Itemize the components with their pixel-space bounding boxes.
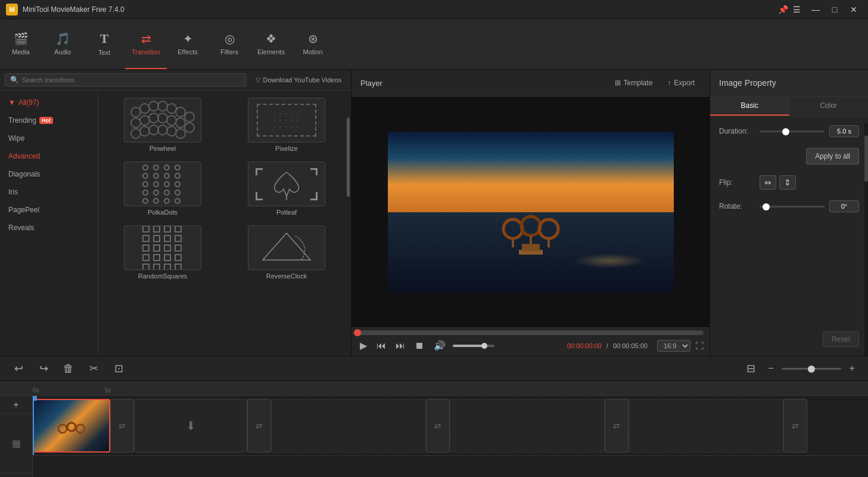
duration-slider-thumb[interactable] (782, 128, 789, 135)
redo-btn[interactable]: ↪ (34, 359, 53, 378)
toolbar-text[interactable]: T Text (83, 19, 125, 69)
toolbar-effects[interactable]: ✦ Effects (167, 19, 209, 69)
randomsquares-thumb (124, 225, 201, 270)
svg-point-33 (539, 219, 558, 238)
sidebar-reveals[interactable]: Reveals (0, 219, 98, 237)
zoom-in-btn[interactable]: + (845, 361, 859, 376)
volume-slider[interactable] (453, 345, 494, 347)
transition-polkadots[interactable]: PolkaDots (103, 159, 222, 218)
crop-btn[interactable]: ⊡ (109, 359, 128, 378)
toolbar-media-label: Media (12, 48, 30, 55)
apply-all-btn[interactable]: Apply to all (806, 148, 859, 165)
transition-pixelize[interactable]: · · · · ·· · · · ·· · · · · Pixelize (227, 95, 346, 154)
volume-thumb[interactable] (481, 343, 487, 349)
bottom-controls-bar: ↩ ↪ 🗑 ✂ ⊡ ⊟ − + (0, 356, 868, 381)
empty-clip-2[interactable] (271, 399, 426, 453)
empty-clip-3[interactable] (450, 399, 605, 453)
flip-label: Flip: (719, 178, 755, 187)
zoom-out-btn[interactable]: − (764, 361, 778, 376)
minimize-btn[interactable]: — (807, 3, 824, 16)
transition-randomsquares[interactable]: RandomSquares (103, 223, 222, 282)
toolbar-filters[interactable]: ◎ Filters (209, 19, 250, 69)
transition-grid: Pinwheel · · · · ·· · · · ·· · · · · Pix… (98, 91, 351, 356)
player-area: Player ⊞ Template ↑ Export (351, 70, 710, 356)
search-input[interactable] (22, 76, 241, 83)
right-scrollbar-thumb[interactable] (864, 135, 868, 182)
toolbar-media[interactable]: 🎬 Media (0, 19, 42, 69)
transition-2[interactable]: ⇄ (247, 399, 271, 453)
download-youtube-btn[interactable]: ▽ Download YouTube Videos (251, 75, 347, 86)
svg-point-39 (76, 425, 85, 433)
empty-clip-1[interactable]: ⬇ (134, 399, 247, 453)
sidebar-all[interactable]: ▼ All(97) (0, 94, 98, 111)
menu-btn[interactable]: ☰ (788, 3, 805, 16)
zoom-slider-thumb[interactable] (808, 366, 815, 373)
download-label: Download YouTube Videos (263, 76, 342, 83)
sidebar-trending[interactable]: Trending Hot (0, 111, 98, 129)
sidebar-wipe-label: Wipe (8, 134, 24, 143)
prev-frame-btn[interactable]: ⏮ (374, 339, 388, 352)
pixelize-dots: · · · · ·· · · · ·· · · · · (273, 110, 299, 130)
cut-btn[interactable]: ✂ (84, 359, 103, 378)
toolbar-audio-label: Audio (54, 48, 71, 55)
rotate-row: Rotate: 0° (719, 200, 859, 212)
transition-1[interactable]: ⇄ (110, 399, 134, 453)
aspect-ratio-select[interactable]: 16:9 4:3 1:1 (657, 340, 690, 352)
flip-horizontal-btn[interactable]: ⇔ (760, 175, 776, 190)
add-track-btn[interactable]: + (0, 396, 32, 414)
progress-bar[interactable] (357, 330, 704, 335)
tab-color-label: Color (820, 101, 837, 110)
effects-icon: ✦ (183, 32, 193, 46)
search-box[interactable]: 🔍 (5, 73, 246, 86)
template-label: Template (624, 79, 653, 87)
sidebar-iris[interactable]: Iris (0, 183, 98, 201)
grid-scrollbar-thumb[interactable] (347, 117, 350, 197)
svg-point-14 (131, 129, 141, 138)
svg-point-10 (158, 113, 167, 123)
toolbar-transition[interactable]: ⇄ Transition (125, 19, 167, 69)
rotate-slider[interactable] (760, 202, 825, 211)
video-background (388, 132, 674, 293)
zoom-slider[interactable] (782, 368, 841, 370)
volume-btn[interactable]: 🔊 (431, 339, 448, 352)
fullscreen-btn[interactable]: ⛶ (695, 341, 704, 351)
rotate-slider-thumb[interactable] (763, 203, 770, 210)
svg-rect-21 (256, 168, 257, 175)
sidebar-diagonals[interactable]: Diagonals (0, 165, 98, 183)
progress-thumb[interactable] (354, 329, 361, 336)
svg-point-5 (176, 107, 185, 117)
stop-btn[interactable]: ⏹ (412, 339, 427, 352)
next-frame-btn[interactable]: ⏭ (393, 339, 407, 352)
flip-vertical-btn[interactable]: ⇕ (779, 175, 796, 190)
export-btn[interactable]: ↑ Export (661, 76, 701, 90)
sidebar-pagepeel[interactable]: PagePeel (0, 201, 98, 219)
transition-5[interactable]: ⇄ (783, 399, 807, 453)
reset-btn[interactable]: Reset (823, 332, 859, 347)
tab-color[interactable]: Color (789, 97, 869, 116)
transition-potleaf[interactable]: Potleaf (227, 159, 346, 218)
tab-basic[interactable]: Basic (710, 97, 789, 116)
transition-icon: ⇄ (141, 32, 151, 46)
close-btn[interactable]: ✕ (845, 3, 862, 16)
split-view-btn[interactable]: ⊟ (741, 359, 760, 378)
transition-pinwheel[interactable]: Pinwheel (103, 95, 222, 154)
toolbar-elements[interactable]: ❖ Elements (250, 19, 292, 69)
empty-clip-4[interactable] (629, 399, 783, 453)
left-panel: 🔍 ▽ Download YouTube Videos ▼ All(97) Tr… (0, 70, 351, 356)
maximize-btn[interactable]: □ (826, 3, 843, 16)
sidebar-advanced[interactable]: Advanced (0, 147, 98, 165)
sidebar-wipe[interactable]: Wipe (0, 129, 98, 147)
toolbar-motion[interactable]: ⊛ Motion (292, 19, 334, 69)
svg-rect-25 (256, 192, 257, 199)
transition-reverseclock[interactable]: ReverseClock (227, 223, 346, 282)
duration-slider[interactable] (760, 126, 825, 136)
transition-3[interactable]: ⇄ (426, 399, 450, 453)
toolbar-audio[interactable]: 🎵 Audio (42, 19, 83, 69)
delete-btn[interactable]: 🗑 (59, 359, 78, 378)
play-btn[interactable]: ▶ (357, 339, 369, 352)
transition-4[interactable]: ⇄ (605, 399, 629, 453)
undo-btn[interactable]: ↩ (9, 359, 28, 378)
template-btn[interactable]: ⊞ Template (609, 76, 659, 90)
time-total: 00:00:05:00 (613, 342, 648, 349)
video-clip-1[interactable] (33, 399, 110, 453)
